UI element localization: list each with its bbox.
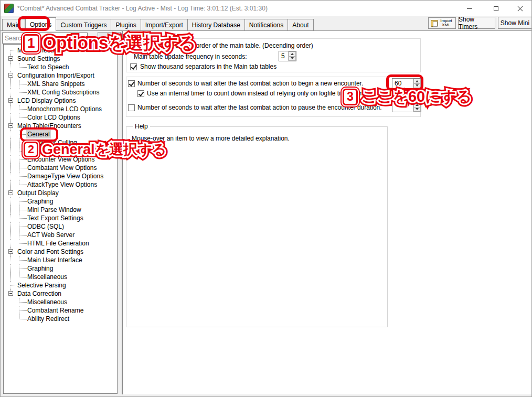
- tree-item-lcd-display-options[interactable]: LCD Display Options: [4, 96, 117, 105]
- tree-item-label: Sound Settings: [17, 55, 60, 63]
- tree-item-xml-share-snippets[interactable]: XML Share Snippets: [4, 80, 117, 88]
- tree-item-color-lcd-options[interactable]: Color LCD Options: [4, 113, 117, 122]
- collapse-toggle-icon[interactable]: [8, 123, 13, 128]
- update-frequency-stepper[interactable]: 5: [279, 51, 296, 61]
- title-bar[interactable]: *Combat* Advanced Combat Tracker - Log A…: [1, 1, 531, 16]
- collapse-toggle-icon[interactable]: [8, 98, 13, 103]
- arrow-down-icon: [416, 108, 419, 110]
- thousand-separators-checkbox[interactable]: [130, 63, 137, 70]
- new-encounter-checkbox[interactable]: [128, 80, 135, 87]
- tab-strip: Main Options Custom Triggers Plugins Imp…: [1, 16, 531, 31]
- clipboard-icon: [431, 20, 438, 27]
- tree-connector: [10, 273, 11, 281]
- tree-item-label: Color LCD Options: [27, 113, 80, 122]
- tree-item-output-display[interactable]: Output Display: [4, 189, 117, 197]
- tree-connector: [19, 277, 27, 277]
- tree-item-graphing[interactable]: Graphing: [4, 197, 117, 206]
- tree-connector: [10, 88, 11, 96]
- tab-plugins[interactable]: Plugins: [111, 19, 141, 31]
- tab-import-export[interactable]: Import/Export: [141, 19, 188, 31]
- tree-item-graphing[interactable]: Graphing: [4, 264, 117, 273]
- tree-connector: [10, 264, 11, 273]
- tree-item-label: HTML File Generation: [27, 239, 89, 248]
- tree-connector: [19, 302, 27, 303]
- tree-item-xml-config-subscriptions[interactable]: XML Config Subscriptions: [4, 88, 117, 96]
- import-xml-button[interactable]: Import XML: [428, 17, 456, 29]
- tree-connector: [10, 231, 11, 239]
- annotation-step-1: 1 Optionsを選択する: [22, 31, 196, 55]
- tree-item-label: Monochrome LCD Options: [27, 105, 102, 113]
- arrow-up-icon: [291, 53, 294, 55]
- tree-item-monochrome-lcd-options[interactable]: Monochrome LCD Options: [4, 105, 117, 113]
- tree-item-ability-redirect[interactable]: Ability Redirect: [4, 315, 117, 323]
- tree-item-data-correction[interactable]: Data Correction: [4, 289, 117, 298]
- tree-item-text-to-speech[interactable]: Text to Speech: [4, 63, 117, 71]
- tree-connector: [19, 201, 27, 202]
- tree-item-text-export-settings[interactable]: Text Export Settings: [4, 214, 117, 222]
- tree-item-miscellaneous[interactable]: Miscellaneous: [4, 273, 117, 281]
- tree-connector: [10, 147, 11, 155]
- tree-item-sound-settings[interactable]: Sound Settings: [4, 55, 117, 63]
- tab-custom-triggers[interactable]: Custom Triggers: [56, 19, 111, 31]
- tree-item-label: Combatant View Options: [27, 164, 97, 172]
- tree-item-label: ODBC (SQL): [27, 222, 64, 231]
- tree-item-miscellaneous[interactable]: Miscellaneous: [4, 298, 117, 306]
- tree-item-attacktype-view-options[interactable]: AttackType View Options: [4, 180, 117, 189]
- tree-connector: [10, 285, 16, 286]
- new-encounter-label: Number of seconds to wait after the last…: [137, 79, 363, 88]
- tree-connector: [19, 159, 27, 160]
- tree-item-label: Combatant Rename: [27, 306, 83, 315]
- maximize-button[interactable]: [484, 1, 508, 16]
- tab-about[interactable]: About: [288, 19, 313, 31]
- tree-connector: [10, 214, 11, 222]
- tree-item-label: Configuration Import/Export: [17, 71, 94, 80]
- minimize-button[interactable]: [457, 1, 482, 16]
- tree-connector: [19, 218, 27, 219]
- show-timers-button[interactable]: Show Timers: [458, 17, 495, 29]
- tree-item-label: Output Display: [17, 189, 59, 197]
- tree-item-act-web-server[interactable]: ACT Web Server: [4, 231, 117, 239]
- tree-item-damagetype-view-options[interactable]: DamageType View Options: [4, 172, 117, 180]
- tree-connector: [19, 315, 19, 319]
- tree-item-odbc-sql[interactable]: ODBC (SQL): [4, 222, 117, 231]
- options-tree[interactable]: MiscellaneousSound SettingsText to Speec…: [3, 44, 118, 394]
- tree-item-html-file-generation[interactable]: HTML File Generation: [4, 239, 117, 248]
- collapse-toggle-icon[interactable]: [8, 73, 13, 78]
- tab-notifications[interactable]: Notifications: [245, 19, 288, 31]
- collapse-toggle-icon[interactable]: [8, 249, 13, 254]
- tree-connector: [19, 92, 27, 93]
- tree-item-combatant-rename[interactable]: Combatant Rename: [4, 306, 117, 315]
- tree-item-label: ACT Web Server: [27, 231, 75, 239]
- tree-item-main-user-interface[interactable]: Main User Interface: [4, 256, 117, 264]
- close-button[interactable]: [508, 1, 532, 16]
- stepper-down-button[interactable]: [413, 108, 421, 112]
- tree-connector: [19, 168, 27, 168]
- tree-connector: [10, 113, 11, 122]
- stepper-up-button[interactable]: [289, 51, 296, 57]
- tree-item-label: Main User Interface: [27, 256, 82, 264]
- tree-item-label: Miscellaneous: [27, 298, 67, 306]
- tree-connector: [19, 117, 27, 118]
- tree-item-mini-parse-window[interactable]: Mini Parse Window: [4, 206, 117, 214]
- collapse-toggle-icon[interactable]: [8, 56, 13, 61]
- tree-item-label: Color and Font Settings: [17, 248, 83, 256]
- minimize-icon: [467, 8, 472, 9]
- stepper-down-button[interactable]: [289, 57, 296, 61]
- collapse-toggle-icon[interactable]: [8, 291, 13, 296]
- tree-connector: [10, 222, 11, 231]
- tree-connector: [10, 63, 11, 71]
- collapse-toggle-icon[interactable]: [8, 190, 13, 195]
- internal-timer-checkbox[interactable]: [137, 90, 144, 97]
- tree-item-configuration-import-export[interactable]: Configuration Import/Export: [4, 71, 117, 80]
- tree-item-color-and-font-settings[interactable]: Color and Font Settings: [4, 248, 117, 256]
- tree-item-combatant-view-options[interactable]: Combatant View Options: [4, 164, 117, 172]
- show-mini-button[interactable]: Show Mini: [498, 17, 532, 29]
- tree-connector: [10, 206, 11, 214]
- tree-item-selective-parsing[interactable]: Selective Parsing: [4, 281, 117, 289]
- pause-duration-checkbox[interactable]: [128, 104, 135, 111]
- tree-connector: [10, 164, 11, 172]
- tree-item-label: LCD Display Options: [17, 96, 76, 105]
- tree-connector: [19, 113, 19, 117]
- tree-item-label: Graphing: [27, 197, 53, 206]
- tab-history-database[interactable]: History Database: [188, 19, 245, 31]
